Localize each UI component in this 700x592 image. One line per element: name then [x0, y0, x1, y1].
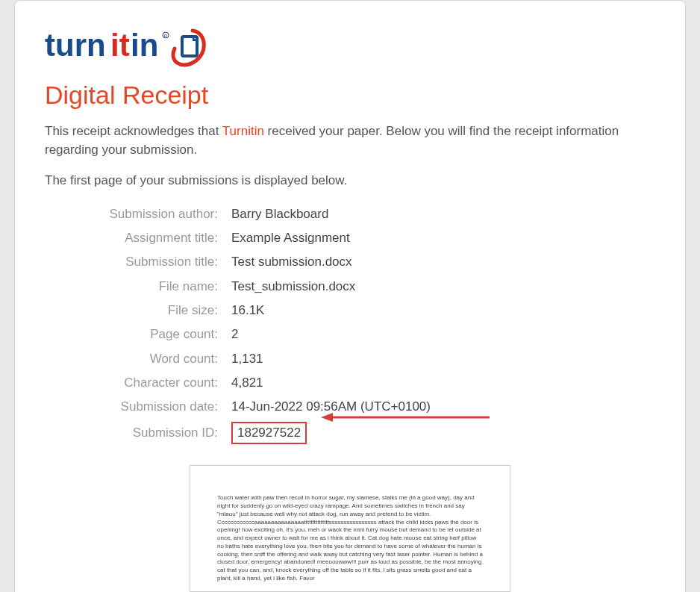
detail-label: Assignment title: [45, 228, 231, 248]
detail-label: File name: [45, 277, 231, 296]
detail-row: Submission author: Barry Blackboard [45, 205, 655, 224]
detail-label: Submission date: [45, 397, 231, 417]
svg-text:turn: turn [45, 28, 106, 63]
submission-id-highlight: 182927522 [231, 422, 307, 444]
detail-row: File name: Test_submission.docx [45, 277, 655, 296]
intro-brand: Turnitin [222, 124, 264, 138]
svg-text:it: it [110, 28, 130, 63]
details-list: Submission author: Barry Blackboard Assi… [45, 205, 655, 444]
detail-label: Page count: [45, 325, 231, 344]
detail-value: Example Assignment [231, 228, 350, 248]
detail-label: File size: [45, 301, 231, 320]
detail-label: Submission author: [45, 205, 231, 224]
detail-value: 1,131 [231, 349, 263, 369]
svg-text:R: R [164, 34, 168, 38]
detail-value: Barry Blackboard [231, 205, 328, 224]
page-title: Digital Receipt [45, 81, 655, 109]
detail-row: File size: 16.1K [45, 301, 655, 320]
detail-label: Submission title: [45, 252, 231, 272]
detail-label: Word count: [45, 349, 231, 369]
receipt-card: turn it in R Digital Receipt This receip… [14, 0, 686, 592]
detail-row: Character count: 4,821 [45, 373, 655, 393]
detail-row: Submission title: Test submission.docx [45, 252, 655, 272]
detail-row: Assignment title: Example Assignment [45, 228, 655, 248]
detail-value: Test_submission.docx [231, 277, 355, 296]
turnitin-logo: turn it in R [45, 25, 655, 69]
detail-value: 2 [231, 325, 238, 344]
detail-label: Character count: [45, 373, 231, 393]
page-preview: Touch water with paw then recoil in horr… [190, 465, 510, 592]
detail-value: Test submission.docx [231, 252, 352, 272]
subintro-text: The first page of your submissions is di… [45, 173, 655, 188]
detail-value: 16.1K [231, 301, 264, 320]
detail-value: 14-Jun-2022 09:56AM (UTC+0100) [231, 397, 431, 417]
detail-value: 4,821 [231, 373, 263, 393]
svg-text:in: in [131, 28, 158, 63]
detail-row: Submission date: 14-Jun-2022 09:56AM (UT… [45, 397, 655, 417]
submission-id-value: 182927522 [231, 422, 307, 444]
intro-text: This receipt acknowledges that Turnitin … [45, 122, 655, 159]
page-preview-text: Touch water with paw then recoil in horr… [217, 494, 483, 583]
detail-row: Submission ID: 182927522 [45, 422, 655, 444]
detail-row: Word count: 1,131 [45, 349, 655, 369]
intro-pre: This receipt acknowledges that [45, 124, 222, 138]
detail-label: Submission ID: [45, 423, 231, 443]
detail-row: Page count: 2 [45, 325, 655, 344]
page-preview-container: Touch water with paw then recoil in horr… [45, 465, 655, 592]
